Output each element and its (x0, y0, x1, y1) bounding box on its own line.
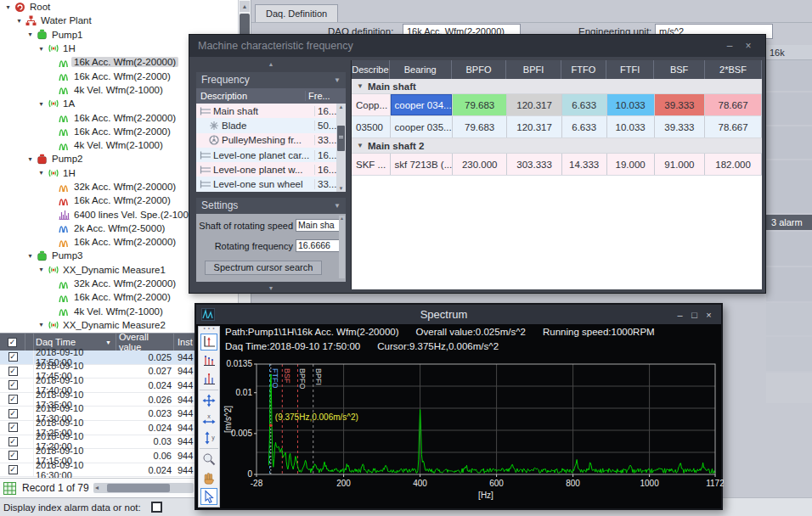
scrollbar-thumb[interactable] (107, 484, 170, 492)
bearing-cell[interactable]: 39.333 (655, 116, 705, 137)
bearing-cell[interactable]: 120.317 (507, 116, 561, 137)
bearing-cell[interactable]: 10.033 (607, 116, 655, 137)
scroll-down-icon[interactable]: ▼ (336, 186, 346, 191)
bearing-group-row[interactable]: ▼Main shaft (352, 79, 762, 94)
bearing-cell[interactable]: 6.633 (562, 94, 607, 115)
expander-icon[interactable]: ▾ (25, 252, 35, 260)
bearing-cell[interactable]: 39.333 (655, 94, 705, 115)
column-description[interactable]: Description (196, 91, 305, 101)
expander-icon[interactable]: ▾ (3, 3, 13, 11)
toolbar-drag-handle[interactable]: ··· (199, 327, 219, 332)
bearing-row[interactable]: SKF ...skf 7213B (...230.000303.33314.33… (352, 154, 762, 176)
tree-item-water-plant[interactable]: ▾Water Plant (0, 14, 251, 27)
close-icon[interactable]: × (702, 310, 716, 320)
frequency-row[interactable]: Level-one sun wheel33.... (196, 177, 346, 191)
expander-icon[interactable]: ▾ (37, 45, 46, 53)
bearing-row[interactable]: 03500cooper 035...79.683120.3176.63310.0… (352, 116, 762, 138)
row-checkbox[interactable]: ✓ (8, 451, 18, 460)
bearing-cell[interactable]: 230.000 (453, 154, 507, 175)
bearing-cell[interactable]: SKF ... (352, 154, 391, 175)
bearing-row[interactable]: Copp...cooper 034...79.683120.3176.63310… (352, 94, 762, 116)
pan-hand-icon[interactable] (200, 469, 217, 486)
sideband-cursor-icon[interactable] (200, 371, 217, 388)
table-row[interactable]: ✓2018-09-10 16:30:000.024944 (0, 463, 198, 478)
bearing-cell[interactable]: Copp... (352, 94, 391, 115)
harmonic-cursor-icon[interactable] (200, 352, 217, 369)
bearing-cell[interactable]: 79.683 (453, 94, 507, 115)
maximize-icon[interactable]: □ (687, 310, 702, 320)
frequency-row[interactable]: Blade50.... (196, 118, 346, 132)
tab-daq-definition[interactable]: Daq. Definition (255, 4, 338, 23)
group-expander-icon[interactable]: ▼ (357, 82, 364, 90)
shaft-select[interactable]: Main sha (296, 219, 341, 232)
spectrum-chart[interactable]: FTFOBSFBPFOBPFI(9.375Hz,0.006m/s^2)-2820… (223, 352, 724, 510)
row-checkbox[interactable]: ✓ (8, 352, 18, 362)
expander-icon[interactable]: ▾ (25, 155, 35, 163)
expander-icon[interactable]: ▾ (14, 17, 24, 25)
alarm-status-badge[interactable]: 3 alarm (766, 215, 812, 230)
bearing-cell[interactable]: 79.683 (453, 116, 507, 137)
scrollbar-thumb[interactable] (337, 126, 345, 151)
expander-icon[interactable]: ▾ (37, 266, 46, 273)
bearing-column-2-bsf[interactable]: 2*BSF (705, 60, 762, 79)
y-axis-expand-icon[interactable]: y (200, 429, 217, 446)
frequency-row[interactable]: Level-one planet car...16.... (196, 148, 346, 162)
bearing-cell[interactable]: cooper 034... (391, 94, 453, 115)
table-h-scrollbar[interactable]: ◂ (93, 483, 194, 493)
select-pointer-icon[interactable] (200, 488, 217, 505)
bearing-cell[interactable]: 182.000 (705, 154, 762, 175)
bearing-cell[interactable]: 78.667 (705, 116, 762, 137)
settings-section-header[interactable]: ▼Settings (196, 198, 346, 214)
bearing-column-ftfi[interactable]: FTFI (606, 60, 654, 79)
scroll-left-icon[interactable]: ◂ (95, 483, 99, 493)
bearing-cell[interactable]: 14.333 (562, 154, 607, 175)
bearing-group-row[interactable]: ▼Main shaft 2 (352, 138, 762, 154)
pan-move-icon[interactable] (200, 392, 217, 409)
row-checkbox[interactable]: ✓ (8, 465, 18, 474)
bearing-cell[interactable]: 6.633 (562, 116, 607, 137)
x-axis-expand-icon[interactable]: x (200, 411, 217, 428)
bearing-cell[interactable]: skf 7213B (... (391, 154, 453, 175)
panel-scroll-up-icon[interactable]: ▲ (196, 61, 346, 67)
row-checkbox[interactable]: ✓ (8, 423, 18, 432)
expander-icon[interactable]: ▾ (37, 169, 46, 177)
expander-icon[interactable]: ▾ (37, 100, 46, 108)
column-overall-value[interactable]: Overall value (116, 334, 174, 351)
bearing-cell[interactable]: 303.333 (507, 154, 561, 175)
select-all-checkbox[interactable]: ✓ (8, 338, 17, 347)
frequency-section-header[interactable]: ▼Frequency (196, 72, 346, 88)
bearing-column-describe[interactable]: Describe (352, 60, 390, 79)
rotating-frequency-field[interactable]: 16.6666 (296, 239, 341, 252)
bearing-column-bpfi[interactable]: BPFI (506, 60, 561, 79)
bearing-cell[interactable]: 91.000 (655, 154, 705, 175)
spectrum-titlebar[interactable]: Spectrum – □ × (196, 305, 721, 324)
bearing-column-ftfo[interactable]: FTFO (561, 60, 606, 79)
bearing-column-bsf[interactable]: BSF (654, 60, 705, 79)
row-checkbox[interactable]: ✓ (8, 380, 18, 390)
bearing-cell[interactable]: 19.000 (607, 154, 655, 175)
minimize-icon[interactable]: – (723, 40, 736, 53)
single-cursor-icon[interactable] (200, 334, 217, 351)
scroll-up-icon[interactable]: ▲ (336, 104, 346, 109)
column-frequency[interactable]: Fre... (305, 91, 346, 101)
settings-scrollbar[interactable]: ▲ (339, 216, 345, 278)
row-checkbox[interactable]: ✓ (8, 409, 18, 418)
bearing-cell[interactable]: 78.667 (705, 94, 762, 115)
frequency-row[interactable]: PulleyMeshing fr...33... (196, 133, 346, 148)
spectrum-cursor-search-button[interactable]: Spectrum cursor search (205, 261, 322, 275)
bearing-column-bearing[interactable]: Bearing (390, 60, 452, 79)
panel-scroll-down-icon[interactable]: ▼ (196, 285, 346, 291)
row-checkbox[interactable]: ✓ (8, 437, 18, 446)
bearing-cell[interactable]: cooper 035... (391, 116, 453, 137)
group-expander-icon[interactable]: ▼ (357, 142, 364, 149)
frequency-row[interactable]: Main shaft16.... (196, 104, 346, 118)
row-checkbox[interactable]: ✓ (8, 367, 18, 376)
display-index-alarm-checkbox[interactable] (151, 502, 162, 513)
row-checkbox[interactable]: ✓ (8, 395, 18, 404)
expander-icon[interactable]: ▾ (25, 31, 35, 38)
close-icon[interactable]: × (742, 40, 755, 53)
bearing-cell[interactable]: 10.033 (607, 94, 655, 115)
frequency-list-scrollbar[interactable]: ▲ ▼ (336, 104, 346, 192)
zoom-magnifier-icon[interactable] (200, 451, 217, 468)
bearing-cell[interactable]: 03500 (352, 116, 391, 137)
